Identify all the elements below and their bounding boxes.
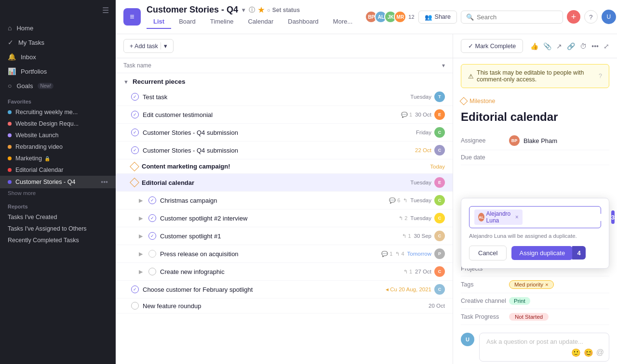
user-avatar[interactable]: U: [602, 10, 616, 24]
search-input[interactable]: [477, 13, 558, 21]
task-check[interactable]: ✓: [131, 286, 139, 293]
add-task-chevron[interactable]: ▾: [161, 42, 167, 50]
sidebar-report-tasks-assigned[interactable]: Tasks I've Assigned to Others: [0, 223, 116, 234]
sidebar-item-portfolios[interactable]: 📊 Portfolios: [0, 64, 116, 78]
print-tag[interactable]: Print: [509, 297, 530, 305]
info-icon[interactable]: ⓘ: [249, 6, 255, 14]
task-name-header: Task name ▾: [116, 58, 453, 73]
emoji-icon[interactable]: 🙂: [571, 348, 581, 357]
tab-timeline[interactable]: Timeline: [203, 15, 241, 29]
assign-duplicate-button[interactable]: Assign duplicate: [511, 246, 573, 260]
star-icon[interactable]: ★: [258, 6, 264, 14]
task-row-editorial[interactable]: Editorial calendar Tuesday E: [116, 174, 453, 192]
sidebar-item-goals[interactable]: ○ Goals New!: [0, 78, 116, 93]
avatar: MR: [394, 11, 406, 23]
sidebar-fav-rebranding[interactable]: Rebranding video: [0, 141, 116, 153]
task-row[interactable]: ▶ ✓ Customer spotlight #1 ↰ 1 30 Sep C: [116, 227, 453, 245]
tab-list[interactable]: List: [147, 15, 171, 29]
task-check[interactable]: [148, 250, 156, 258]
task-check[interactable]: ✓: [148, 196, 156, 204]
task-row[interactable]: New feature roundup 20 Oct: [116, 299, 453, 313]
not-started-badge[interactable]: Not Started: [509, 313, 549, 321]
menu-icon[interactable]: ☰: [102, 6, 109, 15]
tab-more[interactable]: More...: [326, 15, 359, 29]
task-name: Customer Stories - Q4 submission: [143, 147, 411, 154]
search-box[interactable]: 🔍: [461, 11, 563, 24]
task-date: Tuesday: [410, 215, 431, 221]
circle-icon: ○: [267, 7, 270, 13]
sidebar-item-my-tasks[interactable]: ✓ My Tasks: [0, 35, 116, 50]
comment-icon: 💬 6: [389, 197, 400, 204]
attachment-icon[interactable]: 📎: [543, 42, 551, 50]
tab-calendar[interactable]: Calendar: [241, 15, 280, 29]
more-options-icon[interactable]: •••: [101, 178, 108, 186]
task-row[interactable]: ✓ Choose customer for February spotlight…: [116, 281, 453, 299]
sidebar-report-recently-completed[interactable]: Recently Completed Tasks: [0, 234, 116, 246]
expand-icon[interactable]: ▶: [139, 197, 143, 204]
expand-icon[interactable]: ▶: [139, 269, 143, 275]
task-row[interactable]: ▶ ✓ Christmas campaign 💬 6 ↰ Tuesday C: [116, 192, 453, 209]
show-more[interactable]: Show more: [0, 188, 116, 198]
section-chevron[interactable]: ▼: [123, 79, 129, 85]
tab-dashboard[interactable]: Dashboard: [281, 15, 325, 29]
chip-remove-button[interactable]: ×: [515, 214, 519, 221]
task-row[interactable]: ✓ Test task Tuesday T: [116, 88, 453, 106]
like-icon[interactable]: 👍: [530, 42, 538, 50]
task-row[interactable]: Content marketing campaign! Today: [116, 159, 453, 174]
add-button[interactable]: +: [567, 10, 580, 24]
med-priority-tag[interactable]: Med priority ×: [509, 280, 554, 289]
expand-icon[interactable]: ▶: [139, 233, 143, 239]
task-name: New feature roundup: [143, 302, 425, 310]
task-date: Tuesday: [410, 197, 431, 203]
sidebar-fav-marketing[interactable]: Marketing 🔒: [0, 153, 116, 164]
fav-dot: [8, 133, 12, 137]
sidebar-item-home[interactable]: ⌂ Home: [0, 21, 116, 35]
task-check[interactable]: ✓: [131, 93, 139, 101]
popup-input[interactable]: [526, 214, 607, 221]
share-icon: 👥: [425, 13, 432, 21]
task-check[interactable]: ✓: [148, 214, 156, 222]
expand-icon[interactable]: ▶: [139, 251, 143, 257]
share-icon[interactable]: ↗: [556, 42, 562, 50]
help-button[interactable]: ?: [584, 10, 598, 24]
task-check[interactable]: ✓: [131, 111, 139, 118]
task-check[interactable]: ✓: [148, 232, 156, 240]
task-row[interactable]: ✓ Edit customer testimonial 💬 1 30 Oct E: [116, 106, 453, 124]
comment-input-box[interactable]: Ask a question or post an update... 🙂 😊 …: [479, 333, 609, 362]
sidebar-fav-website-launch[interactable]: Website Launch: [0, 130, 116, 141]
add-task-button[interactable]: + Add task ▾: [123, 39, 174, 53]
task-avatar: T: [434, 91, 445, 102]
task-name: Customer spotlight #2 interview: [160, 215, 395, 222]
task-row[interactable]: ▶ Press release on acquisition 💬 1 ↰ 4 T…: [116, 245, 453, 263]
task-avatar: C: [434, 213, 445, 223]
sort-icon[interactable]: ▾: [442, 62, 445, 69]
task-check[interactable]: ✓: [131, 129, 139, 136]
task-check[interactable]: [131, 302, 139, 310]
popup-hint: Alejandro Luna will be assigned a duplic…: [469, 233, 601, 239]
task-row[interactable]: ✓ Customer Stories - Q4 submission 22 Oc…: [116, 142, 453, 159]
sidebar-fav-customer-stories[interactable]: Customer Stories - Q4 •••: [0, 176, 116, 188]
sidebar-report-tasks-created[interactable]: Tasks I've Created: [0, 211, 116, 223]
tab-board[interactable]: Board: [172, 15, 202, 29]
tag-remove-icon[interactable]: ×: [545, 282, 549, 287]
set-status-btn[interactable]: ○ Set status: [267, 7, 300, 13]
timer-icon[interactable]: ⏱: [580, 42, 587, 50]
sidebar-fav-editorial[interactable]: Editorial Calendar: [0, 164, 116, 176]
emoji-icon[interactable]: 😊: [584, 348, 593, 357]
cancel-button[interactable]: Cancel: [469, 246, 507, 260]
task-row[interactable]: ▶ ✓ Customer spotlight #2 interview ↰ 2 …: [116, 209, 453, 227]
sidebar-fav-recruiting[interactable]: Recruiting weekly me...: [0, 106, 116, 118]
task-row[interactable]: ▶ Create new infographic ↰ 1 27 Oct C: [116, 263, 453, 281]
expand-icon[interactable]: ▶: [139, 215, 143, 221]
sidebar-item-inbox[interactable]: 🔔 Inbox: [0, 50, 116, 64]
task-check[interactable]: [148, 268, 156, 275]
link-icon[interactable]: 🔗: [567, 42, 575, 50]
share-button[interactable]: 👥 Share: [418, 11, 457, 24]
more-icon[interactable]: •••: [591, 42, 599, 50]
expand-icon[interactable]: ⤢: [604, 42, 609, 50]
task-row[interactable]: ✓ Customer Stories - Q4 submission Frida…: [116, 124, 453, 142]
sidebar-fav-website-design[interactable]: Website Design Requ...: [0, 118, 116, 130]
task-check[interactable]: ✓: [131, 146, 139, 154]
mention-icon[interactable]: @: [596, 348, 604, 357]
mark-complete-button[interactable]: ✓ Mark Complete: [461, 39, 523, 53]
